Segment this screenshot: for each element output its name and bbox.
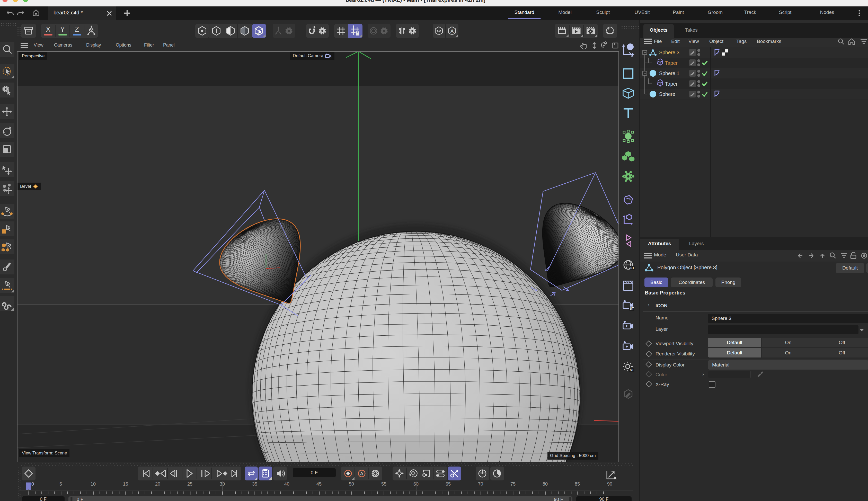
svg-text:Taper: Taper [665, 60, 678, 66]
svg-text:Sphere: Sphere [659, 91, 675, 97]
svg-text:ST: ST [630, 368, 634, 372]
svg-text:ST: ST [630, 307, 634, 310]
svg-text:Sphere.3: Sphere.3 [659, 50, 679, 55]
svg-text:Sphere.1: Sphere.1 [659, 71, 679, 76]
svg-text:ST: ST [630, 266, 634, 270]
svg-text:Taper: Taper [665, 81, 678, 87]
